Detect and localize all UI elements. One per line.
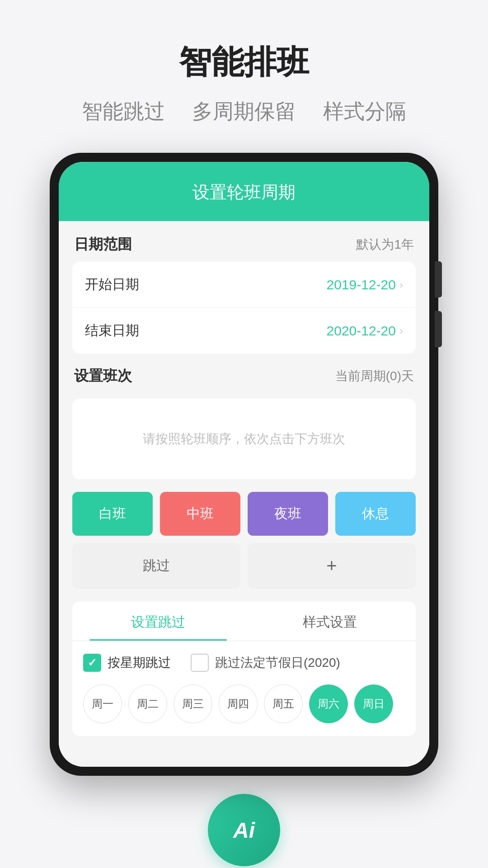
shift-section-title: 设置班次 [74, 366, 132, 386]
weekday-button-tue[interactable]: 周二 [128, 684, 167, 723]
date-section-header: 日期范围 默认为1年 [72, 235, 416, 255]
shift-button-rest[interactable]: 休息 [335, 492, 416, 536]
tab-style-settings[interactable]: 样式设置 [244, 601, 416, 641]
checkbox-weekday[interactable]: ✓ [83, 654, 101, 672]
start-date-chevron-icon: › [399, 278, 403, 291]
end-date-chevron-icon: › [399, 325, 403, 337]
shift-button-day[interactable]: 白班 [72, 492, 153, 536]
date-section-hint: 默认为1年 [356, 236, 414, 253]
ai-fab-label: Ai [233, 818, 255, 843]
start-date-row[interactable]: 开始日期 2019-12-20 › [72, 262, 416, 308]
shift-button-mid[interactable]: 中班 [160, 492, 240, 536]
shift-button-night[interactable]: 夜班 [248, 492, 328, 536]
shift-buttons-row1: 白班 中班 夜班 休息 [72, 492, 416, 536]
weekday-row: 周一 周二 周三 周四 周五 周六 周日 [83, 684, 405, 723]
subtitle-item-2: 多周期保留 [192, 98, 296, 126]
app-content: 日期范围 默认为1年 开始日期 2019-12-20 › 结束日期 2020-1… [59, 221, 429, 767]
fab-area: Ai [0, 794, 488, 868]
start-date-value: 2019-12-20 [327, 277, 396, 292]
weekday-button-mon[interactable]: 周一 [83, 684, 122, 723]
subtitle-row: 智能跳过 多周期保留 样式分隔 [18, 98, 470, 126]
end-date-row[interactable]: 结束日期 2020-12-20 › [72, 308, 416, 354]
weekday-button-sat[interactable]: 周六 [309, 684, 348, 723]
weekday-button-sun[interactable]: 周日 [354, 684, 393, 723]
tab-skip-settings[interactable]: 设置跳过 [72, 601, 244, 641]
app-header-title: 设置轮班周期 [192, 183, 296, 202]
checkbox-holiday-label: 跳过法定节假日(2020) [215, 654, 340, 671]
skip-settings-content: ✓ 按星期跳过 跳过法定节假日(2020) 周一 周二 周三 [72, 641, 416, 736]
page-header: 智能排班 智能跳过 多周期保留 样式分隔 [0, 0, 488, 144]
end-date-value-wrap: 2020-12-20 › [327, 323, 403, 339]
phone-screen: 设置轮班周期 日期范围 默认为1年 开始日期 2019-12-20 › 结束日期 [59, 162, 429, 767]
app-header: 设置轮班周期 [59, 162, 429, 221]
start-date-label: 开始日期 [85, 275, 139, 294]
date-card: 开始日期 2019-12-20 › 结束日期 2020-12-20 › [72, 262, 416, 354]
ai-fab-button[interactable]: Ai [208, 794, 280, 866]
checkbox-holiday-wrap: 跳过法定节假日(2020) [191, 654, 340, 672]
checkbox-holiday[interactable] [191, 654, 209, 672]
shift-buttons-container: 白班 中班 夜班 休息 跳过 + [72, 492, 416, 589]
shift-buttons-row2: 跳过 + [72, 543, 416, 589]
weekday-button-fri[interactable]: 周五 [264, 684, 303, 723]
checkbox-weekday-wrap: ✓ 按星期跳过 [83, 654, 171, 672]
weekday-button-wed[interactable]: 周三 [174, 684, 212, 723]
phone-mockup: 设置轮班周期 日期范围 默认为1年 开始日期 2019-12-20 › 结束日期 [50, 153, 438, 776]
end-date-label: 结束日期 [85, 321, 139, 340]
start-date-value-wrap: 2019-12-20 › [327, 277, 403, 292]
checkmark-icon: ✓ [88, 656, 97, 669]
bottom-tabs-card: 设置跳过 样式设置 ✓ 按星期跳过 跳过法 [72, 601, 416, 736]
shift-section-header: 设置班次 当前周期(0)天 [72, 366, 416, 386]
checkbox-weekday-label: 按星期跳过 [108, 654, 171, 671]
subtitle-item-1: 智能跳过 [82, 98, 165, 126]
page-title: 智能排班 [18, 41, 470, 84]
shift-button-skip[interactable]: 跳过 [72, 543, 240, 589]
weekday-button-thu[interactable]: 周四 [219, 684, 258, 723]
subtitle-item-3: 样式分隔 [323, 98, 406, 126]
shift-section-hint: 当前周期(0)天 [335, 368, 414, 385]
checkbox-row: ✓ 按星期跳过 跳过法定节假日(2020) [83, 654, 405, 672]
side-button-2 [435, 311, 442, 347]
date-section-title: 日期范围 [74, 235, 132, 255]
shift-empty-text: 请按照轮班顺序，依次点击下方班次 [143, 432, 345, 446]
shift-button-add[interactable]: + [248, 543, 416, 589]
tab-bar: 设置跳过 样式设置 [72, 601, 416, 641]
end-date-value: 2020-12-20 [327, 323, 396, 339]
side-button-1 [435, 261, 442, 297]
shift-empty-state: 请按照轮班顺序，依次点击下方班次 [72, 399, 416, 479]
